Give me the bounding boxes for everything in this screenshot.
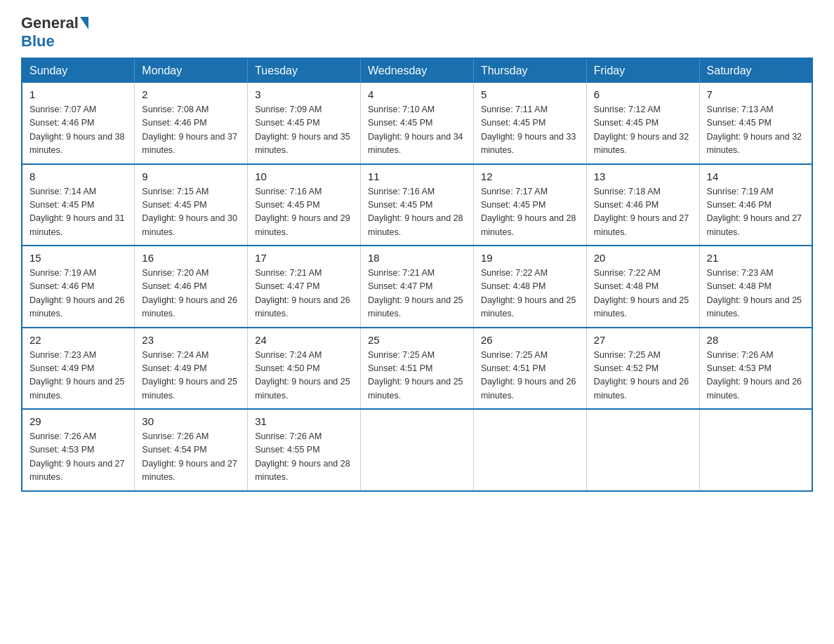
day-info: Sunrise: 7:23 AMSunset: 4:48 PMDaylight:… — [707, 267, 805, 321]
day-number: 2 — [142, 88, 240, 100]
calendar-cell: 13 Sunrise: 7:18 AMSunset: 4:46 PMDaylig… — [586, 164, 699, 246]
day-number: 11 — [368, 170, 466, 182]
calendar-week-row: 15 Sunrise: 7:19 AMSunset: 4:46 PMDaylig… — [22, 246, 812, 328]
calendar-week-row: 22 Sunrise: 7:23 AMSunset: 4:49 PMDaylig… — [22, 328, 812, 410]
day-number: 18 — [368, 252, 466, 264]
calendar-cell: 15 Sunrise: 7:19 AMSunset: 4:46 PMDaylig… — [22, 246, 135, 328]
calendar-cell: 25 Sunrise: 7:25 AMSunset: 4:51 PMDaylig… — [361, 328, 474, 410]
day-info: Sunrise: 7:25 AMSunset: 4:51 PMDaylight:… — [481, 349, 579, 403]
day-info: Sunrise: 7:07 AMSunset: 4:46 PMDaylight:… — [29, 103, 127, 158]
day-info: Sunrise: 7:18 AMSunset: 4:46 PMDaylight:… — [594, 185, 692, 240]
day-number: 13 — [594, 170, 692, 182]
calendar-header-row: SundayMondayTuesdayWednesdayThursdayFrid… — [22, 58, 812, 83]
calendar-cell: 8 Sunrise: 7:14 AMSunset: 4:45 PMDayligh… — [22, 164, 135, 246]
day-number: 4 — [368, 88, 466, 100]
calendar-cell: 1 Sunrise: 7:07 AMSunset: 4:46 PMDayligh… — [22, 83, 135, 164]
day-number: 24 — [255, 334, 353, 346]
calendar-cell — [699, 409, 812, 491]
weekday-header-sunday: Sunday — [22, 58, 135, 83]
day-number: 16 — [142, 252, 240, 264]
calendar-cell — [361, 409, 474, 491]
day-number: 19 — [481, 252, 579, 264]
day-number: 28 — [707, 334, 805, 346]
calendar-cell: 6 Sunrise: 7:12 AMSunset: 4:45 PMDayligh… — [586, 83, 699, 164]
day-info: Sunrise: 7:13 AMSunset: 4:45 PMDaylight:… — [707, 103, 805, 158]
day-info: Sunrise: 7:26 AMSunset: 4:54 PMDaylight:… — [142, 430, 240, 485]
day-info: Sunrise: 7:19 AMSunset: 4:46 PMDaylight:… — [707, 185, 805, 240]
calendar-cell: 21 Sunrise: 7:23 AMSunset: 4:48 PMDaylig… — [699, 246, 812, 328]
weekday-header-monday: Monday — [135, 58, 248, 83]
calendar-cell: 16 Sunrise: 7:20 AMSunset: 4:46 PMDaylig… — [135, 246, 248, 328]
day-number: 21 — [707, 252, 805, 264]
day-info: Sunrise: 7:26 AMSunset: 4:53 PMDaylight:… — [707, 349, 805, 403]
weekday-header-tuesday: Tuesday — [248, 58, 361, 83]
day-number: 27 — [594, 334, 692, 346]
calendar-cell: 2 Sunrise: 7:08 AMSunset: 4:46 PMDayligh… — [135, 83, 248, 164]
calendar-cell: 28 Sunrise: 7:26 AMSunset: 4:53 PMDaylig… — [699, 328, 812, 410]
day-number: 20 — [594, 252, 692, 264]
day-number: 26 — [481, 334, 579, 346]
calendar-cell: 17 Sunrise: 7:21 AMSunset: 4:47 PMDaylig… — [248, 246, 361, 328]
calendar-cell: 9 Sunrise: 7:15 AMSunset: 4:45 PMDayligh… — [135, 164, 248, 246]
day-info: Sunrise: 7:16 AMSunset: 4:45 PMDaylight:… — [368, 185, 466, 240]
day-info: Sunrise: 7:22 AMSunset: 4:48 PMDaylight:… — [481, 267, 579, 321]
day-number: 17 — [255, 252, 353, 264]
day-number: 7 — [707, 88, 805, 100]
calendar-cell: 29 Sunrise: 7:26 AMSunset: 4:53 PMDaylig… — [22, 409, 135, 491]
day-number: 9 — [142, 170, 240, 182]
calendar-cell: 7 Sunrise: 7:13 AMSunset: 4:45 PMDayligh… — [699, 83, 812, 164]
day-info: Sunrise: 7:17 AMSunset: 4:45 PMDaylight:… — [481, 185, 579, 240]
day-info: Sunrise: 7:23 AMSunset: 4:49 PMDaylight:… — [29, 349, 127, 403]
day-info: Sunrise: 7:22 AMSunset: 4:48 PMDaylight:… — [594, 267, 692, 321]
calendar-cell: 30 Sunrise: 7:26 AMSunset: 4:54 PMDaylig… — [135, 409, 248, 491]
day-number: 5 — [481, 88, 579, 100]
calendar-week-row: 8 Sunrise: 7:14 AMSunset: 4:45 PMDayligh… — [22, 164, 812, 246]
day-info: Sunrise: 7:16 AMSunset: 4:45 PMDaylight:… — [255, 185, 353, 240]
calendar-cell: 18 Sunrise: 7:21 AMSunset: 4:47 PMDaylig… — [361, 246, 474, 328]
day-info: Sunrise: 7:14 AMSunset: 4:45 PMDaylight:… — [29, 185, 127, 240]
day-number: 23 — [142, 334, 240, 346]
calendar-table: SundayMondayTuesdayWednesdayThursdayFrid… — [21, 58, 813, 492]
day-number: 29 — [29, 415, 127, 427]
day-number: 14 — [707, 170, 805, 182]
page-header: General Blue — [21, 14, 813, 51]
day-number: 8 — [29, 170, 127, 182]
calendar-cell — [586, 409, 699, 491]
calendar-cell: 10 Sunrise: 7:16 AMSunset: 4:45 PMDaylig… — [248, 164, 361, 246]
day-info: Sunrise: 7:25 AMSunset: 4:51 PMDaylight:… — [368, 349, 466, 403]
day-info: Sunrise: 7:24 AMSunset: 4:50 PMDaylight:… — [255, 349, 353, 403]
day-info: Sunrise: 7:08 AMSunset: 4:46 PMDaylight:… — [142, 103, 240, 158]
calendar-cell: 5 Sunrise: 7:11 AMSunset: 4:45 PMDayligh… — [473, 83, 586, 164]
calendar-cell: 23 Sunrise: 7:24 AMSunset: 4:49 PMDaylig… — [135, 328, 248, 410]
logo-general-text: General — [21, 14, 79, 32]
day-info: Sunrise: 7:15 AMSunset: 4:45 PMDaylight:… — [142, 185, 240, 240]
calendar-cell: 14 Sunrise: 7:19 AMSunset: 4:46 PMDaylig… — [699, 164, 812, 246]
day-info: Sunrise: 7:24 AMSunset: 4:49 PMDaylight:… — [142, 349, 240, 403]
day-number: 6 — [594, 88, 692, 100]
day-info: Sunrise: 7:21 AMSunset: 4:47 PMDaylight:… — [255, 267, 353, 321]
calendar-cell: 11 Sunrise: 7:16 AMSunset: 4:45 PMDaylig… — [361, 164, 474, 246]
day-info: Sunrise: 7:12 AMSunset: 4:45 PMDaylight:… — [594, 103, 692, 158]
weekday-header-wednesday: Wednesday — [361, 58, 474, 83]
calendar-cell — [473, 409, 586, 491]
calendar-cell: 22 Sunrise: 7:23 AMSunset: 4:49 PMDaylig… — [22, 328, 135, 410]
day-number: 30 — [142, 415, 240, 427]
day-number: 1 — [29, 88, 127, 100]
day-number: 31 — [255, 415, 353, 427]
day-number: 10 — [255, 170, 353, 182]
day-number: 3 — [255, 88, 353, 100]
weekday-header-saturday: Saturday — [699, 58, 812, 83]
day-info: Sunrise: 7:09 AMSunset: 4:45 PMDaylight:… — [255, 103, 353, 158]
day-info: Sunrise: 7:11 AMSunset: 4:45 PMDaylight:… — [481, 103, 579, 158]
day-info: Sunrise: 7:20 AMSunset: 4:46 PMDaylight:… — [142, 267, 240, 321]
calendar-cell: 26 Sunrise: 7:25 AMSunset: 4:51 PMDaylig… — [473, 328, 586, 410]
logo-triangle-icon — [80, 17, 88, 29]
weekday-header-friday: Friday — [586, 58, 699, 83]
calendar-cell: 27 Sunrise: 7:25 AMSunset: 4:52 PMDaylig… — [586, 328, 699, 410]
logo-blue-text: Blue — [21, 32, 55, 50]
day-info: Sunrise: 7:10 AMSunset: 4:45 PMDaylight:… — [368, 103, 466, 158]
calendar-week-row: 1 Sunrise: 7:07 AMSunset: 4:46 PMDayligh… — [22, 83, 812, 164]
calendar-cell: 3 Sunrise: 7:09 AMSunset: 4:45 PMDayligh… — [248, 83, 361, 164]
day-number: 12 — [481, 170, 579, 182]
day-number: 15 — [29, 252, 127, 264]
